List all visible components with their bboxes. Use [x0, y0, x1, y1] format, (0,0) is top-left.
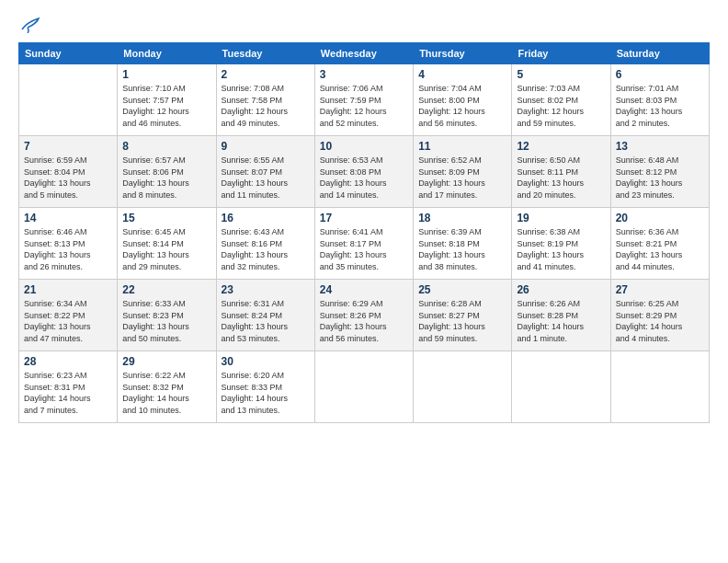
- calendar-cell: 21Sunrise: 6:34 AM Sunset: 8:22 PM Dayli…: [19, 280, 118, 351]
- day-info: Sunrise: 6:39 AM Sunset: 8:18 PM Dayligh…: [418, 226, 506, 272]
- day-number: 27: [616, 283, 704, 296]
- calendar-cell: 24Sunrise: 6:29 AM Sunset: 8:26 PM Dayli…: [314, 280, 413, 351]
- day-info: Sunrise: 6:52 AM Sunset: 8:09 PM Dayligh…: [418, 155, 506, 201]
- calendar-cell: 2Sunrise: 7:08 AM Sunset: 7:58 PM Daylig…: [216, 64, 314, 136]
- calendar-cell: 5Sunrise: 7:03 AM Sunset: 8:02 PM Daylig…: [512, 64, 610, 136]
- day-info: Sunrise: 6:22 AM Sunset: 8:32 PM Dayligh…: [122, 370, 210, 416]
- day-info: Sunrise: 6:46 AM Sunset: 8:13 PM Dayligh…: [24, 226, 112, 272]
- day-number: 5: [517, 68, 605, 81]
- calendar-cell: 15Sunrise: 6:45 AM Sunset: 8:14 PM Dayli…: [118, 208, 216, 280]
- day-info: Sunrise: 6:43 AM Sunset: 8:16 PM Dayligh…: [222, 226, 310, 272]
- day-info: Sunrise: 7:01 AM Sunset: 8:03 PM Dayligh…: [616, 83, 704, 129]
- calendar-cell: 6Sunrise: 7:01 AM Sunset: 8:03 PM Daylig…: [610, 64, 709, 136]
- day-number: 12: [517, 140, 605, 153]
- day-info: Sunrise: 6:33 AM Sunset: 8:23 PM Dayligh…: [122, 298, 210, 344]
- day-info: Sunrise: 6:50 AM Sunset: 8:11 PM Dayligh…: [517, 155, 605, 201]
- day-number: 20: [616, 212, 704, 224]
- day-number: 8: [122, 140, 210, 153]
- day-number: 16: [222, 212, 310, 224]
- day-info: Sunrise: 7:04 AM Sunset: 8:00 PM Dayligh…: [418, 83, 506, 129]
- day-info: Sunrise: 6:28 AM Sunset: 8:27 PM Dayligh…: [418, 298, 506, 344]
- day-info: Sunrise: 6:25 AM Sunset: 8:29 PM Dayligh…: [616, 298, 704, 344]
- calendar-cell: [610, 351, 709, 423]
- day-number: 7: [24, 140, 112, 153]
- day-info: Sunrise: 6:59 AM Sunset: 8:04 PM Dayligh…: [24, 155, 112, 201]
- day-number: 11: [418, 140, 506, 153]
- day-info: Sunrise: 6:48 AM Sunset: 8:12 PM Dayligh…: [616, 155, 704, 201]
- calendar-cell: 1Sunrise: 7:10 AM Sunset: 7:57 PM Daylig…: [118, 64, 216, 136]
- calendar-table: SundayMondayTuesdayWednesdayThursdayFrid…: [18, 42, 710, 423]
- day-number: 25: [418, 283, 506, 296]
- calendar-cell: 9Sunrise: 6:55 AM Sunset: 8:07 PM Daylig…: [216, 136, 314, 208]
- day-info: Sunrise: 7:03 AM Sunset: 8:02 PM Dayligh…: [517, 83, 605, 129]
- calendar-cell: 16Sunrise: 6:43 AM Sunset: 8:16 PM Dayli…: [216, 208, 314, 280]
- weekday-header-wednesday: Wednesday: [314, 43, 413, 64]
- calendar-cell: 14Sunrise: 6:46 AM Sunset: 8:13 PM Dayli…: [19, 208, 118, 280]
- day-number: 4: [418, 68, 506, 81]
- day-number: 30: [222, 355, 310, 368]
- day-info: Sunrise: 6:41 AM Sunset: 8:17 PM Dayligh…: [320, 226, 408, 272]
- weekday-header-tuesday: Tuesday: [216, 43, 314, 64]
- day-info: Sunrise: 6:45 AM Sunset: 8:14 PM Dayligh…: [122, 226, 210, 272]
- day-number: 1: [122, 68, 210, 81]
- day-info: Sunrise: 6:34 AM Sunset: 8:22 PM Dayligh…: [24, 298, 112, 344]
- calendar-cell: [314, 351, 413, 423]
- calendar-week-row: 1Sunrise: 7:10 AM Sunset: 7:57 PM Daylig…: [19, 64, 710, 136]
- day-number: 21: [24, 283, 112, 296]
- calendar-cell: 4Sunrise: 7:04 AM Sunset: 8:00 PM Daylig…: [414, 64, 512, 136]
- calendar-cell: 30Sunrise: 6:20 AM Sunset: 8:33 PM Dayli…: [216, 351, 314, 423]
- day-info: Sunrise: 6:38 AM Sunset: 8:19 PM Dayligh…: [517, 226, 605, 272]
- day-number: 26: [517, 283, 605, 296]
- calendar-cell: 29Sunrise: 6:22 AM Sunset: 8:32 PM Dayli…: [118, 351, 216, 423]
- day-number: 3: [320, 68, 408, 81]
- calendar-header: SundayMondayTuesdayWednesdayThursdayFrid…: [19, 43, 710, 64]
- day-info: Sunrise: 6:55 AM Sunset: 8:07 PM Dayligh…: [222, 155, 310, 201]
- calendar-week-row: 21Sunrise: 6:34 AM Sunset: 8:22 PM Dayli…: [19, 280, 710, 351]
- calendar-cell: 12Sunrise: 6:50 AM Sunset: 8:11 PM Dayli…: [512, 136, 610, 208]
- day-number: 18: [418, 212, 506, 224]
- calendar-cell: 17Sunrise: 6:41 AM Sunset: 8:17 PM Dayli…: [314, 208, 413, 280]
- weekday-header-row: SundayMondayTuesdayWednesdayThursdayFrid…: [19, 43, 710, 64]
- calendar-cell: 18Sunrise: 6:39 AM Sunset: 8:18 PM Dayli…: [414, 208, 512, 280]
- calendar-cell: 27Sunrise: 6:25 AM Sunset: 8:29 PM Dayli…: [610, 280, 709, 351]
- calendar-week-row: 14Sunrise: 6:46 AM Sunset: 8:13 PM Dayli…: [19, 208, 710, 280]
- calendar-cell: 26Sunrise: 6:26 AM Sunset: 8:28 PM Dayli…: [512, 280, 610, 351]
- calendar-cell: 23Sunrise: 6:31 AM Sunset: 8:24 PM Dayli…: [216, 280, 314, 351]
- weekday-header-thursday: Thursday: [414, 43, 512, 64]
- day-number: 10: [320, 140, 408, 153]
- calendar-cell: 8Sunrise: 6:57 AM Sunset: 8:06 PM Daylig…: [118, 136, 216, 208]
- day-number: 22: [122, 283, 210, 296]
- calendar-cell: 20Sunrise: 6:36 AM Sunset: 8:21 PM Dayli…: [610, 208, 709, 280]
- calendar-cell: 22Sunrise: 6:33 AM Sunset: 8:23 PM Dayli…: [118, 280, 216, 351]
- header: [18, 17, 710, 31]
- day-number: 2: [222, 68, 310, 81]
- day-info: Sunrise: 6:31 AM Sunset: 8:24 PM Dayligh…: [222, 298, 310, 344]
- day-number: 13: [616, 140, 704, 153]
- day-number: 9: [222, 140, 310, 153]
- calendar-cell: 25Sunrise: 6:28 AM Sunset: 8:27 PM Dayli…: [414, 280, 512, 351]
- day-number: 17: [320, 212, 408, 224]
- calendar-page: SundayMondayTuesdayWednesdayThursdayFrid…: [0, 0, 728, 563]
- calendar-week-row: 7Sunrise: 6:59 AM Sunset: 8:04 PM Daylig…: [19, 136, 710, 208]
- day-number: 28: [24, 355, 112, 368]
- day-number: 15: [122, 212, 210, 224]
- calendar-cell: 3Sunrise: 7:06 AM Sunset: 7:59 PM Daylig…: [314, 64, 413, 136]
- day-number: 23: [222, 283, 310, 296]
- day-info: Sunrise: 7:06 AM Sunset: 7:59 PM Dayligh…: [320, 83, 408, 129]
- calendar-cell: [414, 351, 512, 423]
- day-info: Sunrise: 6:29 AM Sunset: 8:26 PM Dayligh…: [320, 298, 408, 344]
- day-number: 24: [320, 283, 408, 296]
- calendar-week-row: 28Sunrise: 6:23 AM Sunset: 8:31 PM Dayli…: [19, 351, 710, 423]
- day-number: 19: [517, 212, 605, 224]
- calendar-cell: 10Sunrise: 6:53 AM Sunset: 8:08 PM Dayli…: [314, 136, 413, 208]
- calendar-cell: 11Sunrise: 6:52 AM Sunset: 8:09 PM Dayli…: [414, 136, 512, 208]
- weekday-header-monday: Monday: [118, 43, 216, 64]
- day-info: Sunrise: 6:23 AM Sunset: 8:31 PM Dayligh…: [24, 370, 112, 416]
- day-info: Sunrise: 6:20 AM Sunset: 8:33 PM Dayligh…: [222, 370, 310, 416]
- calendar-cell: 28Sunrise: 6:23 AM Sunset: 8:31 PM Dayli…: [19, 351, 118, 423]
- day-info: Sunrise: 6:57 AM Sunset: 8:06 PM Dayligh…: [122, 155, 210, 201]
- weekday-header-friday: Friday: [512, 43, 610, 64]
- logo: [18, 17, 40, 31]
- day-number: 29: [122, 355, 210, 368]
- day-info: Sunrise: 6:36 AM Sunset: 8:21 PM Dayligh…: [616, 226, 704, 272]
